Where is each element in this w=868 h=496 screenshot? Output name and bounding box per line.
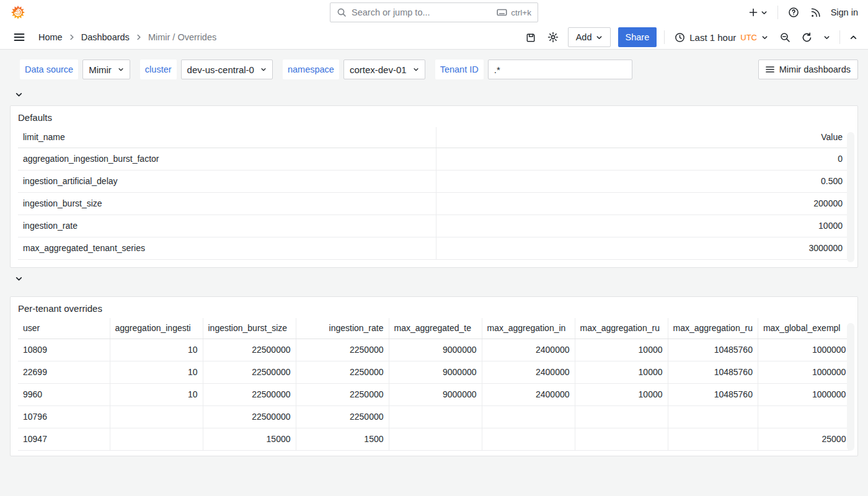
help-button[interactable] xyxy=(787,6,800,19)
value-cell: 2250000 xyxy=(296,339,389,361)
dashboard-row-toggle[interactable] xyxy=(15,273,30,283)
table-scrollbar[interactable] xyxy=(847,323,854,451)
add-panel-button[interactable]: Add xyxy=(568,27,611,47)
column-header[interactable]: max_aggregation_ru xyxy=(668,318,758,339)
gear-icon xyxy=(547,32,559,43)
chevron-down-icon xyxy=(15,91,23,99)
value-cell: 200000 xyxy=(436,192,848,215)
save-dashboard-button[interactable] xyxy=(524,30,538,45)
refresh-button[interactable] xyxy=(800,30,814,45)
breadcrumb-home[interactable]: Home xyxy=(38,32,63,42)
cluster-select[interactable]: dev-us-central-0 xyxy=(181,60,273,79)
chevron-down-icon xyxy=(823,34,830,41)
panel-title[interactable]: Per-tenant overrides xyxy=(11,297,857,318)
dashboard-row-toggle[interactable] xyxy=(15,89,30,99)
chevron-up-icon xyxy=(849,33,857,42)
value-cell: 25000 xyxy=(758,428,851,450)
column-header[interactable]: user xyxy=(18,318,110,339)
add-label: Add xyxy=(576,32,592,42)
datasource-value: Mimir xyxy=(89,64,112,75)
collapse-controls-button[interactable] xyxy=(848,32,859,43)
limit-name-cell: max_aggregated_tenant_series xyxy=(18,237,436,259)
table-row: 22699 10 22500000 2250000 9000000 240000… xyxy=(18,361,851,383)
zoom-out-time-button[interactable] xyxy=(778,30,792,45)
chevron-right-icon xyxy=(69,34,75,40)
mimir-dashboards-button[interactable]: Mimir dashboards xyxy=(758,60,858,79)
value-cell: 22500000 xyxy=(203,361,296,383)
table-row: ingestion_burst_size 200000 xyxy=(18,192,848,215)
plus-icon xyxy=(748,7,758,17)
table-scrollbar[interactable] xyxy=(847,132,854,262)
value-cell: 22500000 xyxy=(203,339,296,361)
column-header[interactable]: max_aggregation_in xyxy=(482,318,575,339)
grafana-logo[interactable] xyxy=(10,4,26,20)
value-cell xyxy=(575,405,668,428)
datasource-select[interactable]: Mimir xyxy=(82,60,130,79)
divider xyxy=(777,6,778,19)
time-range-picker[interactable]: Last 1 hour UTC xyxy=(672,31,771,44)
column-header[interactable]: aggregation_ingesti xyxy=(110,318,203,339)
column-header[interactable]: ingestion_rate xyxy=(296,318,389,339)
value-cell: 9000000 xyxy=(389,361,482,383)
defaults-table: limit_name Value aggregation_ingestion_b… xyxy=(18,127,848,260)
keyboard-shortcut-badge: ctrl+k xyxy=(497,8,531,17)
chevron-down-icon xyxy=(118,66,124,73)
sign-in-link[interactable]: Sign in xyxy=(831,7,858,17)
shortcut-label: ctrl+k xyxy=(511,8,531,17)
search-input[interactable]: Search or jump to... ctrl+k xyxy=(330,2,538,22)
table-row: aggregation_ingestion_burst_factor 0 xyxy=(18,148,848,170)
datasource-label[interactable]: Data source xyxy=(20,60,78,79)
value-cell: 0.500 xyxy=(436,170,848,192)
namespace-label[interactable]: namespace xyxy=(283,60,339,79)
value-cell: 2400000 xyxy=(482,339,575,361)
breadcrumb-dashboards[interactable]: Dashboards xyxy=(81,32,130,42)
user-cell: 9960 xyxy=(18,383,110,405)
panel-title[interactable]: Defaults xyxy=(11,106,857,127)
column-header[interactable]: ingestion_burst_size xyxy=(203,318,296,339)
new-menu-button[interactable] xyxy=(747,6,769,19)
overrides-table: user aggregation_ingesti ingestion_burst… xyxy=(18,318,851,451)
column-header[interactable]: Value xyxy=(436,127,848,148)
chevron-down-icon xyxy=(596,34,603,41)
top-nav-row: Search or jump to... ctrl+k xyxy=(0,0,868,25)
tenant-id-label[interactable]: Tenant ID xyxy=(435,60,484,79)
column-header[interactable]: max_aggregation_ru xyxy=(575,318,668,339)
value-cell: 1500 xyxy=(296,428,389,450)
hamburger-icon xyxy=(14,32,25,42)
menu-toggle-button[interactable] xyxy=(11,30,27,45)
namespace-select[interactable]: cortex-dev-01 xyxy=(343,60,425,79)
user-cell: 10947 xyxy=(18,428,110,450)
table-row: 10809 10 22500000 2250000 9000000 240000… xyxy=(18,339,851,361)
user-cell: 10796 xyxy=(18,405,110,428)
grafana-logo-icon xyxy=(11,5,25,20)
value-cell: 10000 xyxy=(575,383,668,405)
column-header[interactable]: max_aggregated_te xyxy=(389,318,482,339)
dashboard-toolbar: Add Share Last 1 hour UTC xyxy=(524,25,859,50)
share-button[interactable]: Share xyxy=(618,27,657,47)
table-row: ingestion_rate 10000 xyxy=(18,215,848,237)
search-icon xyxy=(337,7,347,17)
breadcrumb-toolbar-row: Home Dashboards Mimir / Overrides xyxy=(0,25,868,50)
variables-row: Data source Mimir cluster dev-us-central… xyxy=(20,60,858,79)
value-cell: 2400000 xyxy=(482,361,575,383)
namespace-variable: namespace cortex-dev-01 xyxy=(283,60,425,79)
column-header[interactable]: limit_name xyxy=(18,127,436,148)
refresh-interval-button[interactable] xyxy=(822,32,832,43)
tenant-variable: Tenant ID .* xyxy=(435,60,632,79)
dashboard-content: Data source Mimir cluster dev-us-central… xyxy=(0,50,868,496)
dashboard-settings-button[interactable] xyxy=(546,30,560,45)
chevron-down-icon xyxy=(413,66,419,73)
value-cell xyxy=(389,428,482,450)
save-icon xyxy=(526,32,536,43)
breadcrumb: Home Dashboards Mimir / Overrides xyxy=(38,32,216,42)
magnifier-minus-icon xyxy=(780,32,790,43)
cluster-label[interactable]: cluster xyxy=(140,60,177,79)
timezone-label: UTC xyxy=(740,33,757,42)
value-cell: 10485760 xyxy=(668,361,758,383)
news-button[interactable] xyxy=(809,6,822,19)
value-cell xyxy=(110,405,203,428)
column-header[interactable]: max_global_exempl xyxy=(758,318,851,339)
time-range-label: Last 1 hour xyxy=(689,32,736,43)
chevron-right-icon xyxy=(136,34,142,40)
tenant-id-input[interactable]: .* xyxy=(488,60,632,79)
